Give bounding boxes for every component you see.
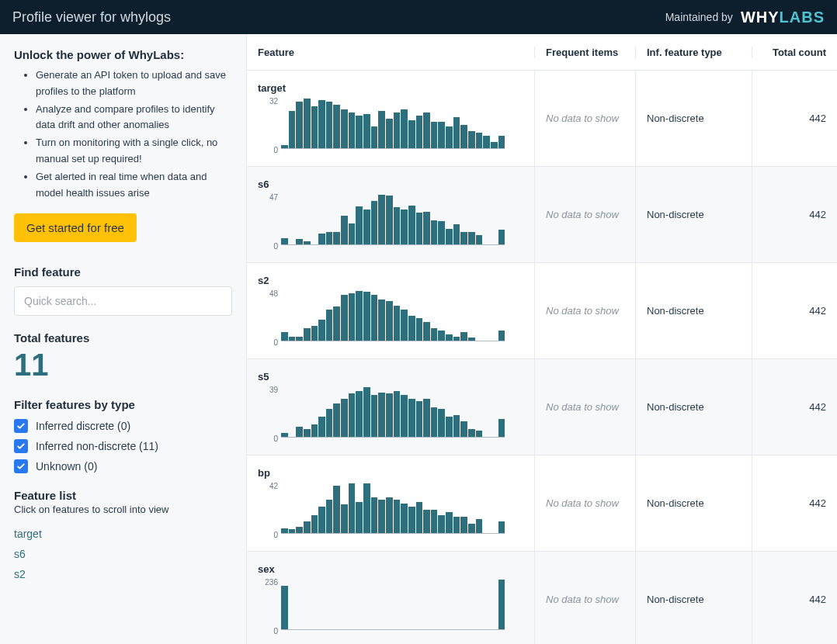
checkbox-icon[interactable] [14,419,28,433]
y-axis-min: 0 [258,531,278,539]
chart-bars [281,291,505,341]
total-features-count: 11 [14,348,232,383]
bar [431,328,438,341]
bar [378,500,385,533]
table-header-row: Feature Frequent items Inf. feature type… [247,34,837,71]
feature-link[interactable]: s6 [14,548,232,560]
no-data-label: No data to show [546,594,619,605]
bar [296,527,303,533]
find-feature-label: Find feature [14,265,232,279]
feature-links: targets6s2 [14,528,232,580]
promo-item: Analyze and compare profiles to identify… [36,102,232,134]
bar [423,510,430,533]
bar [318,234,325,244]
filter-item[interactable]: Unknown (0) [14,459,232,473]
bar [281,586,288,629]
promo-item: Turn on monitoring with a single click, … [36,135,232,168]
filter-item[interactable]: Inferred discrete (0) [14,419,232,433]
promo-item: Generate an API token to upload and save… [36,68,232,100]
bar [423,212,430,244]
y-axis-min: 0 [258,338,278,347]
feature-name: s5 [258,371,523,383]
bar [289,337,296,341]
bar [371,201,378,244]
bar [491,142,498,148]
bar [356,502,363,533]
bar [371,497,378,533]
col-inf-type[interactable]: Inf. feature type [635,47,752,58]
bar [349,393,356,437]
feature-link[interactable]: s2 [14,568,232,580]
search-input[interactable] [14,286,232,316]
table-body[interactable]: target320No data to showNon-discrete442s… [247,71,837,644]
bar [349,113,356,148]
bar [304,328,311,341]
bar [401,310,408,341]
bar [408,206,415,244]
bar [311,106,318,148]
inf-type-value: Non-discrete [647,401,704,413]
table-row[interactable]: s2480No data to showNon-discrete442 [247,263,837,359]
feature-link[interactable]: target [14,528,232,540]
inf-type-cell: Non-discrete [635,359,752,455]
bar [446,334,453,341]
col-total-count[interactable]: Total count [752,47,837,58]
bar [363,387,370,437]
bar [318,100,325,148]
feature-name: target [258,82,523,94]
bar [289,111,296,148]
bar [326,102,333,148]
filter-title: Filter features by type [14,398,232,411]
bar [281,145,288,148]
bar [304,521,311,533]
chart-bars [281,580,505,630]
filter-label: Unknown (0) [36,460,97,473]
col-feature[interactable]: Feature [247,47,534,58]
no-data-label: No data to show [546,497,619,509]
whylabs-logo[interactable]: WHYLABS [741,9,825,26]
total-count-cell: 442 [752,263,837,358]
bar [431,510,438,533]
bar [460,125,467,148]
frequent-items-cell: No data to show [534,359,635,455]
page-title: Profile viewer for whylogs [12,9,171,26]
bar [311,424,318,437]
checkbox-icon[interactable] [14,459,28,473]
table-row[interactable]: s6470No data to showNon-discrete442 [247,167,837,263]
main-area: Unlock the power of WhyLabs: Generate an… [0,34,837,644]
no-data-label: No data to show [546,305,619,317]
chart-bars [281,99,505,149]
get-started-button[interactable]: Get started for free [14,213,137,242]
bar [394,207,401,244]
bar [363,114,370,148]
table-row[interactable]: target320No data to showNon-discrete442 [247,71,837,167]
bar [453,415,460,437]
bar [416,502,423,533]
bar [349,223,356,244]
y-axis-max: 42 [258,482,278,490]
bar [371,295,378,341]
bar [326,500,333,533]
no-data-label: No data to show [546,209,619,220]
bar [468,131,475,148]
y-axis-max: 236 [258,578,278,587]
bar [318,507,325,533]
filter-item[interactable]: Inferred non-discrete (11) [14,439,232,453]
bar [326,232,333,244]
frequent-items-cell: No data to show [534,552,635,644]
sidebar[interactable]: Unlock the power of WhyLabs: Generate an… [0,34,247,644]
checkbox-icon[interactable] [14,439,28,453]
col-frequent-items[interactable]: Frequent items [534,47,635,58]
bar [498,331,505,341]
table-row[interactable]: s5390No data to showNon-discrete442 [247,359,837,455]
bar [341,399,348,437]
table-row[interactable]: bp420No data to showNon-discrete442 [247,455,837,552]
inf-type-cell: Non-discrete [635,455,752,551]
inf-type-value: Non-discrete [647,305,704,317]
total-count-cell: 442 [752,167,837,262]
bar [401,109,408,148]
bar [446,126,453,148]
bar [476,519,483,533]
bar [401,504,408,533]
table-row[interactable]: sex2360No data to showNon-discrete442 [247,552,837,644]
